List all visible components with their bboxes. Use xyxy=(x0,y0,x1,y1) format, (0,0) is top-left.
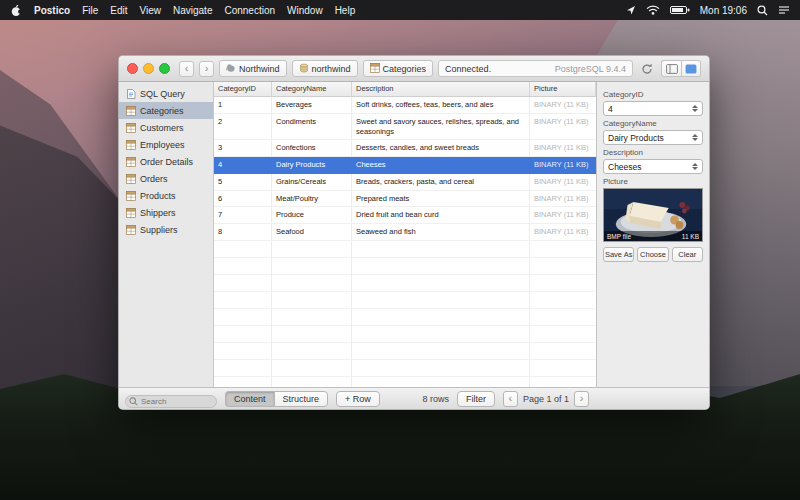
table-row[interactable]: 3 Confections Desserts, candies, and swe… xyxy=(214,140,596,157)
field-label-description: Description xyxy=(603,148,703,157)
table-row[interactable]: 8 Seafood Seaweed and fish BINARY (11 KB… xyxy=(214,224,596,241)
combobox-arrows-icon xyxy=(692,105,698,112)
sidebar-item-suppliers[interactable]: Suppliers xyxy=(119,221,213,238)
sidebar-item-orders[interactable]: Orders xyxy=(119,170,213,187)
panel-toggle-group xyxy=(661,60,701,77)
menu-window[interactable]: Window xyxy=(287,5,323,16)
cell-picture: BINARY (11 KB) xyxy=(530,174,596,190)
wifi-icon[interactable] xyxy=(646,5,660,15)
cell-categoryid: 3 xyxy=(214,140,272,156)
next-page-button[interactable]: › xyxy=(574,391,589,407)
sidebar-item-categories[interactable]: Categories xyxy=(119,102,213,119)
table-row[interactable]: 1 Beverages Soft drinks, coffees, teas, … xyxy=(214,97,596,114)
sql-document-icon xyxy=(126,89,136,99)
clear-button[interactable]: Clear xyxy=(672,247,703,262)
categoryid-combobox[interactable]: 4 xyxy=(603,101,703,116)
menu-file[interactable]: File xyxy=(82,5,98,16)
categoryid-value: 4 xyxy=(608,104,690,114)
cell-categoryname: Grains/Cereals xyxy=(272,174,352,190)
cell-categoryname: Confections xyxy=(272,140,352,156)
add-row-button[interactable]: + Row xyxy=(336,391,380,407)
previous-page-button[interactable]: ‹ xyxy=(503,391,518,407)
cell-description: Seaweed and fish xyxy=(352,224,530,240)
forward-button[interactable]: › xyxy=(199,61,214,77)
structure-tab[interactable]: Structure xyxy=(274,391,329,407)
cell-picture: BINARY (11 KB) xyxy=(530,207,596,223)
menu-bar-clock[interactable]: Mon 19:06 xyxy=(700,5,747,16)
table-row[interactable]: 6 Meat/Poultry Prepared meats BINARY (11… xyxy=(214,191,596,208)
inspector-toggle-button[interactable] xyxy=(681,60,701,77)
table-icon xyxy=(126,191,136,201)
filter-button[interactable]: Filter xyxy=(457,391,495,407)
cell-categoryid: 7 xyxy=(214,207,272,223)
column-header-categoryname[interactable]: CategoryName xyxy=(272,82,352,96)
save-as-button[interactable]: Save As xyxy=(603,247,634,262)
menu-navigate[interactable]: Navigate xyxy=(173,5,212,16)
table-empty-area xyxy=(214,241,596,387)
sidebar-item-customers[interactable]: Customers xyxy=(119,119,213,136)
cell-description: Soft drinks, coffees, teas, beers, and a… xyxy=(352,97,530,113)
view-mode-segmented-control: Content Structure xyxy=(225,391,328,407)
sidebar-item-products[interactable]: Products xyxy=(119,187,213,204)
sidebar-item-sql-query[interactable]: SQL Query xyxy=(119,85,213,102)
picture-file-type: BMP file xyxy=(607,233,631,240)
menu-edit[interactable]: Edit xyxy=(110,5,127,16)
picture-meta-overlay: BMP file 11 KB xyxy=(604,231,702,241)
breadcrumb-database[interactable]: northwind xyxy=(292,60,358,77)
sidebar-item-shippers[interactable]: Shippers xyxy=(119,204,213,221)
cell-categoryid: 2 xyxy=(214,114,272,140)
table-row-selected[interactable]: 4 Dairy Products Cheeses BINARY (11 KB) xyxy=(214,157,596,174)
description-combobox[interactable]: Cheeses xyxy=(603,159,703,174)
menu-help[interactable]: Help xyxy=(335,5,356,16)
table-row[interactable]: 5 Grains/Cereals Breads, crackers, pasta… xyxy=(214,174,596,191)
cell-picture: BINARY (11 KB) xyxy=(530,140,596,156)
table-row[interactable]: 7 Produce Dried fruit and bean curd BINA… xyxy=(214,207,596,224)
inspector-panel-icon xyxy=(685,64,697,74)
close-button[interactable] xyxy=(127,63,138,74)
menu-bar: Postico File Edit View Navigate Connecti… xyxy=(0,0,800,20)
spotlight-search-icon[interactable] xyxy=(757,5,768,16)
content-tab[interactable]: Content xyxy=(225,391,274,407)
categoryname-combobox[interactable]: Dairy Products xyxy=(603,130,703,145)
search-input[interactable] xyxy=(125,395,217,408)
picture-preview[interactable]: BMP file 11 KB xyxy=(603,188,703,242)
sidebar-item-label: Orders xyxy=(140,174,168,184)
choose-button[interactable]: Choose xyxy=(637,247,668,262)
sidebar-toggle-button[interactable] xyxy=(661,60,681,77)
table-row[interactable]: 2 Condiments Sweet and savory sauces, re… xyxy=(214,114,596,141)
back-button[interactable]: ‹ xyxy=(179,61,194,77)
sidebar-item-label: Customers xyxy=(140,123,184,133)
location-arrow-icon[interactable] xyxy=(626,5,636,15)
sidebar-item-label: SQL Query xyxy=(140,89,185,99)
apple-menu-icon[interactable] xyxy=(10,4,22,17)
table-icon xyxy=(126,174,136,184)
menu-bar-status-area: Mon 19:06 xyxy=(626,5,790,16)
battery-icon[interactable] xyxy=(670,5,690,15)
cell-categoryid: 1 xyxy=(214,97,272,113)
zoom-button[interactable] xyxy=(159,63,170,74)
app-menu-title[interactable]: Postico xyxy=(34,5,70,16)
sidebar-item-label: Employees xyxy=(140,140,185,150)
column-header-picture[interactable]: Picture xyxy=(530,82,596,96)
page-indicator: Page 1 of 1 xyxy=(523,394,569,404)
column-header-description[interactable]: Description xyxy=(352,82,530,96)
menu-connection[interactable]: Connection xyxy=(224,5,275,16)
refresh-button[interactable] xyxy=(638,60,656,77)
search-field xyxy=(125,390,217,408)
sidebar-item-employees[interactable]: Employees xyxy=(119,136,213,153)
field-label-picture: Picture xyxy=(603,177,703,186)
menu-view[interactable]: View xyxy=(139,5,161,16)
column-header-categoryid[interactable]: CategoryID xyxy=(214,82,272,96)
sidebar-item-order-details[interactable]: Order Details xyxy=(119,153,213,170)
notification-center-icon[interactable] xyxy=(778,5,790,15)
window-titlebar[interactable]: ‹ › Northwind northwind Categories Conne… xyxy=(119,56,709,82)
minimize-button[interactable] xyxy=(143,63,154,74)
breadcrumb-connection[interactable]: Northwind xyxy=(219,60,287,77)
sidebar: SQL Query Categories Customers Employees xyxy=(119,82,214,387)
cell-picture: BINARY (11 KB) xyxy=(530,114,596,140)
breadcrumb-table[interactable]: Categories xyxy=(363,60,434,77)
database-icon xyxy=(299,63,309,75)
sidebar-item-label: Suppliers xyxy=(140,225,178,235)
cell-categoryname: Dairy Products xyxy=(272,157,352,173)
field-label-categoryid: CategoryID xyxy=(603,90,703,99)
